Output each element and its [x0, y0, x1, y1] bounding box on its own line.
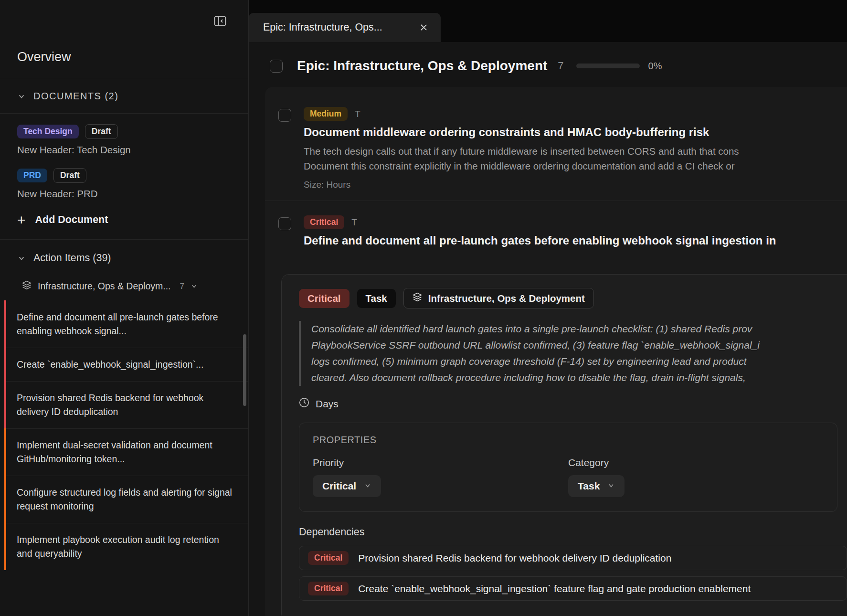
app-window: Overview DOCUMENTS (2) Tech Design Draft… [0, 0, 847, 616]
layers-icon [22, 280, 32, 292]
dependency-item[interactable]: Critical Provision shared Redis backend … [299, 546, 847, 570]
close-icon[interactable] [419, 23, 428, 32]
priority-label: Priority [313, 457, 568, 468]
document-title: New Header: Tech Design [17, 144, 231, 156]
doc-type-badge: PRD [17, 169, 47, 182]
quote-line: Consolidate all identified hard launch g… [311, 321, 847, 337]
chevron-down-icon [17, 254, 26, 263]
quote-line: logs confirmed, (5) minimum graph covera… [311, 353, 847, 370]
main-panel: Epic: Infrastructure, Ops... Epic: Infra… [249, 0, 847, 616]
action-items-list: Define and document all pre-launch gates… [0, 301, 248, 570]
action-items-section-header[interactable]: Action Items (39) [0, 239, 248, 274]
action-item[interactable]: Provision shared Redis backend for webho… [4, 381, 248, 428]
add-document-button[interactable]: + Add Document [17, 214, 108, 226]
task-description-line: The tech design calls out that if any fu… [304, 144, 847, 159]
document-item-tech-design[interactable]: Tech Design Draft New Header: Tech Desig… [0, 114, 248, 158]
category-dropdown[interactable]: Task [568, 475, 625, 497]
properties-box: PROPERTIES Priority Critical [299, 423, 837, 512]
task-type-icon: T [355, 109, 360, 119]
group-label: Infrastructure, Ops & Deploym... [38, 281, 171, 292]
documents-section-label: DOCUMENTS (2) [33, 91, 118, 102]
collapse-sidebar-icon[interactable] [214, 15, 226, 27]
task-row-prelaunch-gates[interactable]: Critical T Define and document all pre-l… [265, 201, 847, 263]
action-item[interactable]: Define and document all pre-launch gates… [4, 301, 248, 348]
overview-link[interactable]: Overview [0, 42, 248, 79]
doc-status-badge: Draft [53, 168, 86, 183]
epic-pill[interactable]: Infrastructure, Ops & Deployment [403, 288, 594, 308]
action-item[interactable]: Implement playbook execution audit log r… [4, 523, 248, 570]
action-item[interactable]: Create `enable_webhook_signal_ingestion`… [4, 348, 248, 381]
task-title: Define and document all pre-launch gates… [304, 234, 847, 247]
priority-badge-critical: Critical [308, 551, 349, 565]
sidebar-scrollbar[interactable] [243, 334, 246, 406]
properties-header: PROPERTIES [313, 435, 824, 446]
document-item-prd[interactable]: PRD Draft New Header: PRD [0, 158, 248, 202]
layers-icon [413, 292, 422, 304]
task-row-middleware[interactable]: Medium T Document middleware ordering co… [265, 93, 847, 201]
priority-dropdown[interactable]: Critical [313, 475, 381, 497]
dependency-item[interactable]: Critical Create `enable_webhook_signal_i… [299, 576, 847, 601]
documents-section-header[interactable]: DOCUMENTS (2) [0, 79, 248, 114]
task-checkbox[interactable] [278, 109, 291, 122]
task-title: Document middleware ordering constraints… [304, 126, 847, 139]
group-count: 7 [180, 282, 184, 291]
category-label: Category [568, 457, 824, 468]
type-pill[interactable]: Task [357, 289, 396, 308]
sidebar-header [0, 0, 248, 42]
document-title: New Header: PRD [17, 188, 231, 200]
doc-type-badge: Tech Design [17, 125, 79, 138]
epic-title: Epic: Infrastructure, Ops & Deployment [297, 58, 547, 74]
tab-epic-infrastructure[interactable]: Epic: Infrastructure, Ops... [249, 13, 441, 42]
task-list-card: Medium T Document middleware ordering co… [265, 87, 847, 616]
tab-bar: Epic: Infrastructure, Ops... [249, 0, 847, 42]
chevron-down-icon[interactable] [191, 283, 198, 290]
task-size-label: Size: Hours [304, 180, 847, 190]
quote-line: cleared. Also document rollback procedur… [311, 370, 847, 386]
epic-header: Epic: Infrastructure, Ops & Deployment 7… [249, 42, 847, 87]
epic-pill-label: Infrastructure, Ops & Deployment [428, 293, 585, 304]
epic-progress-label: 0% [648, 61, 662, 72]
tab-label: Epic: Infrastructure, Ops... [263, 21, 382, 33]
dependency-text: Create `enable_webhook_signal_ingestion`… [358, 583, 751, 595]
dependencies-section: Dependencies Critical Provision shared R… [299, 526, 847, 601]
plus-icon: + [17, 215, 26, 225]
epic-content: Epic: Infrastructure, Ops & Deployment 7… [249, 42, 847, 616]
category-dropdown-value: Task [578, 480, 600, 492]
add-document-label: Add Document [35, 214, 108, 226]
epic-task-count: 7 [558, 60, 563, 72]
action-item[interactable]: Configure structured log fields and aler… [4, 476, 248, 523]
priority-pill[interactable]: Critical [299, 289, 349, 308]
action-items-group-infrastructure[interactable]: Infrastructure, Ops & Deploym... 7 [0, 274, 248, 301]
epic-checkbox[interactable] [270, 60, 283, 73]
task-description-line: Document this constraint explicitly in t… [304, 159, 847, 173]
task-checkbox[interactable] [278, 217, 291, 230]
clock-icon [299, 397, 309, 410]
doc-status-badge: Draft [85, 124, 118, 139]
effort-row: Days [299, 397, 847, 410]
priority-badge-critical: Critical [304, 215, 344, 229]
chevron-down-icon [17, 92, 26, 101]
task-detail-panel: Critical Task Infrastructure, Ops & Depl [281, 274, 847, 616]
task-description-quote: Consolidate all identified hard launch g… [299, 321, 847, 386]
task-type-icon: T [351, 217, 357, 228]
chevron-down-icon [364, 480, 371, 492]
priority-badge-critical: Critical [308, 582, 349, 595]
epic-progress-bar [576, 64, 640, 68]
sidebar: Overview DOCUMENTS (2) Tech Design Draft… [0, 0, 249, 616]
dependency-text: Provision shared Redis backend for webho… [358, 552, 671, 564]
quote-line: PlaybookService SSRF outbound URL allowl… [311, 337, 847, 353]
effort-label: Days [316, 398, 339, 410]
chevron-down-icon [607, 480, 615, 492]
priority-dropdown-value: Critical [322, 480, 356, 492]
priority-badge-medium: Medium [304, 107, 348, 121]
dependencies-header: Dependencies [299, 526, 847, 538]
action-item[interactable]: Implement dual-secret validation and doc… [4, 428, 248, 476]
action-items-label: Action Items (39) [33, 252, 111, 264]
